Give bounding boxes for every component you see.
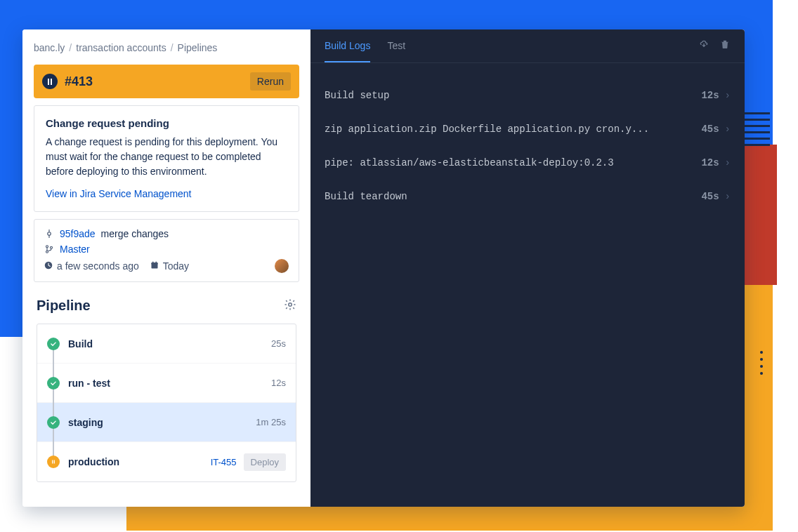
run-id: #413 [65, 74, 250, 89]
log-line[interactable]: pipe: atlassian/aws-elasticbeanstalk-dep… [325, 146, 731, 180]
build-logs: Build setup 12s › zip application.zip Do… [310, 63, 745, 229]
background-red [745, 145, 777, 285]
tabs: Build Logs Test [325, 29, 405, 62]
log-duration: 45s [701, 124, 719, 135]
breadcrumb-repo[interactable]: transaction accounts [76, 42, 166, 53]
chevron-right-icon: › [725, 124, 731, 135]
svg-point-5 [51, 246, 53, 248]
change-request-card: Change request pending A change request … [34, 105, 299, 212]
svg-rect-8 [151, 262, 157, 264]
notice-title: Change request pending [46, 117, 287, 129]
breadcrumb-page[interactable]: Pipelines [178, 42, 218, 53]
chevron-right-icon: › [725, 191, 731, 202]
chevron-right-icon: › [725, 157, 731, 168]
stage-name: staging [68, 417, 256, 428]
stage-build[interactable]: Build 25s [37, 324, 296, 364]
app-window: banc.ly / transaction accounts / Pipelin… [22, 29, 745, 507]
commit-icon [44, 230, 54, 238]
log-text: Build teardown [325, 191, 701, 202]
log-duration: 45s [701, 191, 719, 202]
calendar-icon [150, 260, 159, 272]
log-line[interactable]: Build setup 12s › [325, 79, 731, 112]
deploy-button[interactable]: Deploy [244, 453, 286, 471]
pipeline-section: Pipeline Build 25s [34, 298, 299, 482]
breadcrumb: banc.ly / transaction accounts / Pipelin… [34, 42, 299, 53]
svg-rect-10 [155, 262, 157, 263]
right-header: Build Logs Test [310, 29, 745, 63]
background-dots [760, 351, 763, 375]
trash-icon[interactable] [719, 39, 731, 53]
pause-icon [47, 455, 60, 468]
svg-rect-12 [52, 460, 53, 464]
svg-point-4 [46, 251, 48, 253]
background-stripes [742, 112, 770, 147]
commit-hash[interactable]: 95f9ade [60, 228, 96, 239]
chevron-right-icon: › [725, 90, 731, 101]
rerun-button[interactable]: Rerun [250, 72, 291, 91]
stage-duration: 12s [271, 378, 286, 388]
left-panel: banc.ly / transaction accounts / Pipelin… [22, 29, 310, 507]
svg-point-11 [289, 302, 292, 306]
avatar[interactable] [275, 259, 289, 273]
log-line[interactable]: zip application.zip Dockerfile applicati… [325, 112, 731, 146]
log-text: zip application.zip Dockerfile applicati… [325, 124, 701, 135]
svg-rect-13 [54, 460, 55, 464]
log-text: pipe: atlassian/aws-elasticbeanstalk-dep… [325, 157, 701, 168]
stage-runtest[interactable]: run - test 12s [37, 364, 296, 403]
svg-point-3 [46, 246, 48, 248]
run-header: #413 Rerun [34, 65, 299, 98]
pause-icon [42, 74, 58, 89]
stage-duration: 25s [271, 338, 286, 349]
notice-link[interactable]: View in Jira Service Management [46, 188, 192, 199]
pipeline-heading: Pipeline [37, 298, 91, 314]
breadcrumb-project[interactable]: banc.ly [34, 42, 65, 53]
ticket-link[interactable]: IT-455 [211, 457, 237, 467]
check-icon [47, 377, 60, 390]
branch-icon [44, 245, 54, 253]
commit-date: Today [163, 260, 189, 272]
commit-time-ago: a few seconds ago [57, 260, 139, 272]
stage-production[interactable]: production IT-455 Deploy [37, 442, 296, 481]
stage-name: production [68, 456, 211, 467]
clock-icon [44, 260, 53, 272]
gear-icon[interactable] [284, 298, 296, 314]
log-line[interactable]: Build teardown 45s › [325, 180, 731, 213]
stage-name: Build [68, 338, 271, 350]
svg-rect-9 [152, 262, 154, 263]
log-text: Build setup [325, 90, 701, 101]
notice-body: A change request is pending for this dep… [46, 135, 287, 179]
right-panel: Build Logs Test Build setup 12s › zip ap… [310, 29, 745, 507]
branch-name[interactable]: Master [60, 244, 90, 255]
right-actions [698, 39, 731, 53]
stage-name: run - test [68, 378, 271, 389]
download-icon[interactable] [698, 39, 709, 53]
check-icon [47, 416, 60, 429]
breadcrumb-separator: / [69, 42, 72, 53]
pipeline-stages: Build 25s run - test 12s stagi [37, 324, 296, 482]
stage-duration: 1m 25s [256, 417, 286, 427]
stage-staging[interactable]: staging 1m 25s [37, 403, 296, 442]
tab-build-logs[interactable]: Build Logs [325, 29, 370, 62]
log-duration: 12s [701, 90, 719, 101]
check-icon [47, 338, 60, 350]
commit-card: 95f9ade merge changes Master a few secon… [34, 219, 299, 282]
breadcrumb-separator: / [171, 42, 174, 53]
commit-message: merge changes [101, 228, 169, 239]
log-duration: 12s [701, 157, 719, 168]
tab-test[interactable]: Test [387, 29, 405, 62]
svg-point-0 [48, 232, 51, 236]
